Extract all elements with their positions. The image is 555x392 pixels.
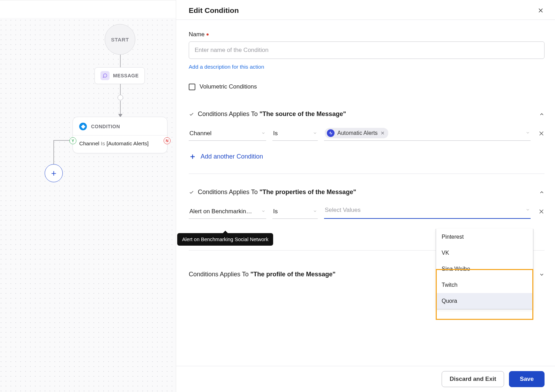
edit-condition-panel: Edit Condition Name Add a description fo… (176, 0, 555, 392)
field-select-text: Alert on Benchmarking ... (189, 208, 253, 215)
chevron-down-icon (526, 130, 530, 136)
yes-badge: Y (69, 137, 76, 144)
check-icon (189, 190, 194, 195)
connector-dot (118, 95, 123, 100)
dropdown-item-vk[interactable]: VK (436, 245, 533, 261)
plus-icon: + (51, 168, 56, 179)
name-field-label: Name (189, 31, 545, 38)
section-divider (189, 174, 545, 174)
field-select-text: Channel (189, 130, 211, 137)
name-label-text: Name (189, 31, 204, 38)
add-description-link[interactable]: Add a description for this action (189, 64, 264, 70)
save-button[interactable]: Save (509, 371, 545, 387)
chevron-up-icon (539, 112, 545, 117)
volumetric-checkbox[interactable] (189, 84, 195, 90)
cond-field-text: Channel (79, 140, 101, 146)
volumetric-checkbox-row[interactable]: Volumetric Conditions (189, 83, 545, 90)
value-select-1[interactable]: Automatic Alerts ✕ (324, 128, 531, 141)
operator-select-2[interactable]: Is (272, 206, 318, 219)
field-select-alert-benchmarking[interactable]: Alert on Benchmarking ... (189, 206, 266, 219)
values-dropdown[interactable]: Pinterest VK Sina Weibo Twitch Quora (436, 229, 533, 309)
chevron-down-icon (539, 272, 545, 277)
canvas-top-strip (0, 0, 176, 18)
value-select-2[interactable]: Select Values (324, 206, 531, 219)
section-properties-header[interactable]: Conditions Applies To "The properties of… (189, 189, 545, 196)
field-tooltip: Alert on Benchmarking Social Network (177, 233, 273, 246)
discard-button[interactable]: Discard and Exit (442, 371, 504, 387)
workflow-canvas[interactable]: START MESSAGE CONDITION Channel Is [Auto… (0, 0, 176, 392)
condition-node-body: Channel Is [Automatic Alerts] (73, 136, 167, 153)
condition-label: CONDITION (91, 124, 120, 129)
chevron-down-icon (526, 207, 530, 214)
volumetric-label: Volumetric Conditions (200, 83, 257, 90)
chevron-down-icon (261, 208, 265, 215)
section-source: Conditions Applies To "The source of the… (189, 110, 545, 174)
start-node[interactable]: START (105, 24, 135, 55)
message-label: MESSAGE (113, 73, 139, 78)
section-properties-prefix: Conditions Applies To (198, 189, 260, 195)
section-source-prefix: Conditions Applies To (198, 110, 260, 117)
value-chip-automatic-alerts: Automatic Alerts ✕ (325, 128, 388, 138)
operator-text: Is (273, 130, 278, 137)
panel-title: Edit Condition (189, 6, 239, 15)
condition-node[interactable]: CONDITION Channel Is [Automatic Alerts] … (73, 117, 167, 153)
section-profile-prefix: Conditions Applies To (189, 271, 250, 278)
check-icon (189, 112, 194, 117)
chip-remove-icon[interactable]: ✕ (381, 130, 385, 136)
no-badge: N (164, 137, 171, 144)
chevron-down-icon (313, 130, 317, 137)
dropdown-item-pinterest[interactable]: Pinterest (436, 229, 533, 245)
condition-row-1: Channel Is Automatic Alerts ✕ (189, 128, 545, 141)
dropdown-item-quora[interactable]: Quora (436, 293, 533, 309)
chevron-down-icon (313, 208, 317, 215)
dropdown-item-twitch[interactable]: Twitch (436, 277, 533, 293)
operator-text: Is (273, 208, 278, 215)
cond-op-text: Is (101, 140, 106, 146)
section-properties-bold: "The properties of the Message" (260, 189, 356, 195)
condition-node-head: CONDITION (73, 117, 167, 136)
message-icon (100, 71, 110, 80)
add-condition-button[interactable]: ＋ Add another Condition (189, 151, 545, 162)
dropdown-item-sina-weibo[interactable]: Sina Weibo (436, 261, 533, 277)
chip-label: Automatic Alerts (337, 130, 378, 136)
chevron-down-icon (261, 130, 265, 137)
value-placeholder: Select Values (325, 207, 361, 214)
name-input[interactable] (189, 41, 545, 59)
condition-row-2: Alert on Benchmarking ... Is Select Valu… (189, 206, 545, 219)
add-node-button[interactable]: + (45, 164, 63, 182)
required-indicator (207, 33, 209, 36)
message-node[interactable]: MESSAGE (95, 67, 145, 84)
operator-select-1[interactable]: Is (272, 128, 318, 141)
panel-footer: Discard and Exit Save (176, 366, 555, 392)
remove-row-button[interactable] (538, 130, 545, 138)
cond-value-text: [Automatic Alerts] (106, 140, 149, 146)
remove-row-button[interactable] (538, 208, 545, 216)
chevron-up-icon (539, 190, 545, 195)
section-source-bold: "The source of the Message" (260, 110, 346, 117)
plus-icon: ＋ (189, 151, 196, 162)
panel-header: Edit Condition (176, 0, 555, 20)
alert-pulse-icon (327, 129, 335, 137)
panel-body: Name Add a description for this action V… (176, 20, 555, 366)
condition-icon (79, 123, 87, 130)
section-profile-bold: "The profile of the Message" (250, 271, 336, 278)
add-condition-label: Add another Condition (201, 153, 263, 160)
field-select-channel[interactable]: Channel (189, 128, 266, 141)
close-button[interactable] (537, 7, 545, 14)
start-label: START (111, 37, 129, 43)
section-source-header[interactable]: Conditions Applies To "The source of the… (189, 110, 545, 118)
